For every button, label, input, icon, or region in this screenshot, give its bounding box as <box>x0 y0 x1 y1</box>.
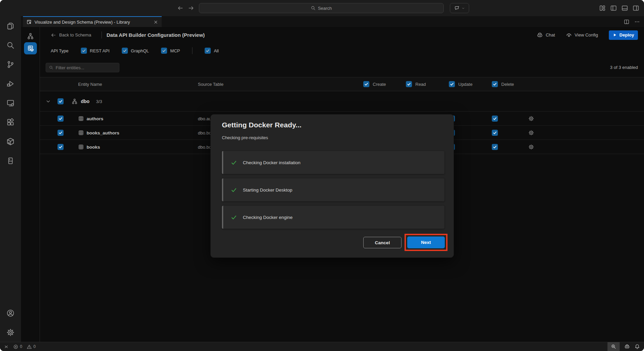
entity-filter-box[interactable] <box>46 63 119 72</box>
sidebar-item-remote-explorer[interactable] <box>0 93 21 112</box>
row-checkbox[interactable] <box>58 144 64 150</box>
chat-sparkle-icon <box>454 5 460 11</box>
schema-graph-icon[interactable] <box>27 32 34 40</box>
entity-filter-input[interactable] <box>56 65 116 70</box>
bell-icon[interactable] <box>635 344 640 349</box>
group-name: dbo <box>81 99 90 104</box>
rest-api-checkbox[interactable] <box>81 48 87 54</box>
chevron-down-icon[interactable] <box>45 98 51 104</box>
gear-icon <box>6 328 15 336</box>
group-count: 3/3 <box>96 99 102 104</box>
next-button[interactable]: Next <box>407 236 445 248</box>
delete-checkbox[interactable] <box>492 144 498 150</box>
entity-name: books_authors <box>87 130 119 135</box>
check-icon <box>231 159 237 166</box>
remote-explorer-icon <box>6 99 15 107</box>
getting-docker-ready-dialog: Getting Docker Ready... Checking pre-req… <box>210 114 454 258</box>
search-label: Search <box>318 6 332 11</box>
files-icon <box>6 22 15 30</box>
copilot-status-icon[interactable] <box>624 344 630 349</box>
sidebar-item-accounts[interactable] <box>0 303 21 323</box>
remote-indicator-icon[interactable] <box>4 344 9 349</box>
read-all-checkbox[interactable] <box>406 81 412 87</box>
update-header: Update <box>458 82 473 87</box>
update-all-checkbox[interactable] <box>449 81 455 87</box>
delete-checkbox[interactable] <box>492 130 498 136</box>
split-editor-icon[interactable] <box>624 19 629 25</box>
row-settings-gear-icon[interactable] <box>528 116 534 121</box>
delete-checkbox[interactable] <box>492 116 498 122</box>
row-settings-gear-icon[interactable] <box>528 130 534 135</box>
delete-header: Delete <box>501 82 514 87</box>
back-to-schema-button[interactable]: Back to Schema <box>51 27 91 43</box>
sidebar-item-explorer[interactable] <box>0 16 21 35</box>
sidebar-item-containers[interactable] <box>0 132 21 151</box>
filter-divider <box>192 47 192 54</box>
command-center-search[interactable]: Search <box>199 3 444 13</box>
sidebar-item-extensions[interactable] <box>0 112 21 132</box>
header-divider <box>101 31 102 39</box>
activity-bar <box>0 16 21 342</box>
sidebar-item-source-control[interactable] <box>0 55 21 74</box>
table-gear-icon <box>27 45 34 52</box>
more-actions-icon[interactable] <box>634 19 640 25</box>
dab-config-tab-active[interactable] <box>24 42 37 54</box>
chat-button[interactable]: Chat <box>537 32 555 38</box>
create-all-checkbox[interactable] <box>363 81 369 87</box>
sidebar-item-database-projects[interactable] <box>0 151 21 170</box>
copilot-chat-button[interactable] <box>450 3 469 13</box>
create-header: Create <box>373 82 386 87</box>
entity-name: authors <box>87 116 104 121</box>
check-icon <box>364 82 368 86</box>
table-icon <box>78 116 84 121</box>
toggle-secondary-sidebar-icon[interactable] <box>632 5 639 11</box>
all-checkbox[interactable] <box>205 48 211 54</box>
row-checkbox[interactable] <box>58 130 64 136</box>
view-config-button[interactable]: View Config <box>566 32 598 38</box>
close-icon[interactable] <box>153 20 158 25</box>
row-settings-gear-icon[interactable] <box>528 144 534 150</box>
step-label: Checking Docker installation <box>243 160 300 165</box>
table-icon <box>78 144 84 150</box>
step-docker-desktop: Starting Docker Desktop <box>222 178 444 201</box>
checkbox-mcp[interactable]: MCP <box>161 48 180 54</box>
check-icon <box>231 214 237 221</box>
source-control-icon <box>6 60 15 69</box>
check-icon <box>82 49 86 53</box>
delete-all-checkbox[interactable] <box>492 81 498 87</box>
checkbox-graphql[interactable]: GraphQL <box>122 48 149 54</box>
title-bar: Search <box>0 0 644 16</box>
all-label: All <box>214 48 218 53</box>
play-icon <box>613 33 617 37</box>
group-checkbox[interactable] <box>58 98 64 104</box>
tab-visualize-design-schema[interactable]: Visualize and Design Schema (Preview) - … <box>23 16 162 27</box>
check-icon <box>59 145 63 149</box>
deploy-button[interactable]: Deploy <box>609 30 638 40</box>
sidebar-item-run-debug[interactable] <box>0 74 21 93</box>
checkbox-rest-api[interactable]: REST API <box>81 48 110 54</box>
run-debug-icon <box>6 80 15 88</box>
sidebar-item-search[interactable] <box>0 35 21 55</box>
schema-group-row[interactable]: dbo 3/3 <box>40 91 644 111</box>
toggle-primary-sidebar-icon[interactable] <box>610 5 617 11</box>
problems-errors[interactable]: 0 <box>13 344 22 349</box>
error-count: 0 <box>20 344 22 349</box>
graphql-checkbox[interactable] <box>122 48 128 54</box>
row-checkbox[interactable] <box>58 116 64 122</box>
toggle-panel-icon[interactable] <box>621 5 628 11</box>
zoom-status-button[interactable] <box>607 342 620 351</box>
entity-name: books <box>87 144 100 149</box>
customize-layout-icon[interactable] <box>599 5 606 11</box>
next-button-highlight: Next <box>405 234 447 251</box>
arrow-left-icon <box>51 32 56 38</box>
graphql-label: GraphQL <box>131 48 149 53</box>
view-rail <box>21 27 40 342</box>
checkbox-all[interactable]: All <box>205 48 218 54</box>
problems-warnings[interactable]: 0 <box>27 344 36 349</box>
cancel-button[interactable]: Cancel <box>363 237 401 248</box>
check-icon <box>59 131 63 135</box>
sidebar-item-settings[interactable] <box>0 323 21 342</box>
history-back-icon[interactable] <box>177 5 183 11</box>
history-forward-icon[interactable] <box>188 5 194 11</box>
mcp-checkbox[interactable] <box>161 48 167 54</box>
